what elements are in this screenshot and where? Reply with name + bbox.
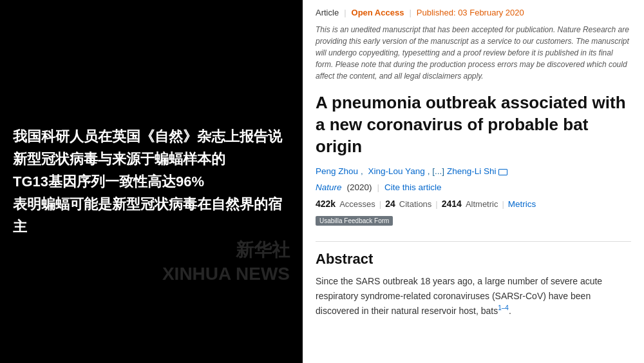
manuscript-notice: This is an unedited manuscript that has … bbox=[316, 24, 631, 82]
usabilla-feedback-bar: Usabilla Feedback Form bbox=[316, 214, 631, 232]
journal-year: (2020) bbox=[347, 182, 372, 192]
author-zheng-li-shi[interactable]: Zheng-Li Shi bbox=[447, 166, 497, 176]
abstract-superscript: 1–4 bbox=[498, 304, 509, 311]
citations-value: 24 bbox=[385, 199, 395, 209]
abstract-title: Abstract bbox=[316, 241, 631, 268]
open-access-badge: Open Access bbox=[352, 8, 404, 17]
text-line-1: 我国科研人员在英国《自然》杂志上报告说 bbox=[13, 125, 290, 148]
abstract-text-end: . bbox=[509, 306, 511, 316]
metric-divider-1: | bbox=[379, 199, 381, 209]
published-date: Published: 03 February 2020 bbox=[417, 8, 524, 17]
author-xing-lou-yang[interactable]: Xing-Lou Yang bbox=[368, 166, 425, 176]
article-title: A pneumonia outbreak associated with a n… bbox=[316, 92, 631, 157]
author-sep-1: , bbox=[361, 166, 366, 176]
accesses-label: Accesses bbox=[339, 199, 375, 209]
metric-divider-2: | bbox=[435, 199, 437, 209]
metrics-bar: 422k Accesses | 24 Citations | 2414 Altm… bbox=[316, 199, 631, 209]
left-panel: 我国科研人员在英国《自然》杂志上报告说 新型冠状病毒与来源于蝙蝠样本的 TG13… bbox=[0, 0, 303, 363]
text-line-3: TG13基因序列一致性高达96% bbox=[13, 170, 290, 193]
cite-article-link[interactable]: Cite this article bbox=[384, 182, 442, 192]
altmetric-label: Altmetric bbox=[466, 199, 498, 209]
abstract-text-main: Since the SARS outbreak 18 years ago, a … bbox=[316, 276, 602, 315]
journal-line: Nature (2020) | Cite this article bbox=[316, 182, 631, 192]
journal-divider: | bbox=[377, 182, 380, 192]
metrics-link[interactable]: Metrics bbox=[508, 199, 536, 209]
text-line-2: 新型冠状病毒与来源于蝙蝠样本的 bbox=[13, 148, 290, 170]
authors-line: Peng Zhou, Xing-Lou Yang, [...] Zheng-Li… bbox=[316, 166, 631, 176]
abstract-text: Since the SARS outbreak 18 years ago, a … bbox=[316, 274, 631, 318]
author-ellipsis: , [...] bbox=[428, 166, 444, 176]
usabilla-feedback-button[interactable]: Usabilla Feedback Form bbox=[316, 216, 393, 226]
abstract-section: Abstract Since the SARS outbreak 18 year… bbox=[316, 241, 631, 318]
meta-divider-2: | bbox=[409, 8, 411, 17]
text-line-4: 表明蝙蝠可能是新型冠状病毒在自然界的宿主 bbox=[13, 193, 290, 238]
article-label: Article bbox=[316, 8, 339, 17]
altmetric-value: 2414 bbox=[442, 199, 462, 209]
left-text-block: 我国科研人员在英国《自然》杂志上报告说 新型冠状病毒与来源于蝙蝠样本的 TG13… bbox=[0, 106, 303, 258]
metric-divider-3: | bbox=[502, 199, 504, 209]
citations-label: Citations bbox=[399, 199, 432, 209]
meta-divider-1: | bbox=[344, 8, 346, 17]
email-icon bbox=[498, 169, 507, 175]
journal-name[interactable]: Nature bbox=[316, 182, 342, 192]
author-peng-zhou[interactable]: Peng Zhou bbox=[316, 166, 358, 176]
article-meta-bar: Article | Open Access | Published: 03 Fe… bbox=[316, 8, 631, 17]
right-panel: Article | Open Access | Published: 03 Fe… bbox=[303, 0, 644, 363]
accesses-value: 422k bbox=[316, 199, 336, 209]
